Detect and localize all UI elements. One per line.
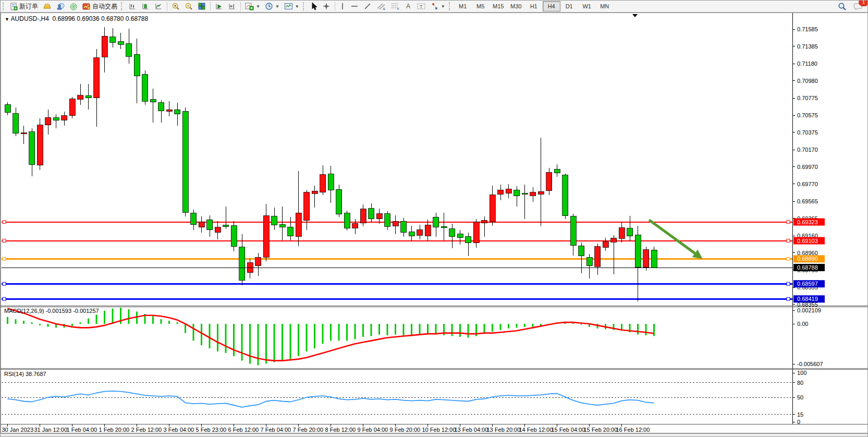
signals-button[interactable]	[67, 1, 80, 12]
collapse-triangle-icon[interactable]: ▼	[5, 17, 9, 22]
indicators-button[interactable]: ▼	[243, 1, 262, 12]
text-button[interactable]: A	[402, 1, 414, 12]
new-order-icon	[10, 3, 18, 10]
svg-text:13 Feb 20:00: 13 Feb 20:00	[487, 427, 521, 433]
arrows-button[interactable]: ▼	[429, 1, 447, 12]
svg-text:T: T	[420, 4, 423, 9]
timeframe-button-W1[interactable]: W1	[578, 1, 596, 11]
svg-text:10 Feb 12:00: 10 Feb 12:00	[422, 427, 456, 433]
horizontal-line-button[interactable]	[348, 1, 361, 12]
svg-text:0.69970: 0.69970	[797, 164, 818, 170]
crosshair-icon	[322, 2, 331, 10]
periods-button[interactable]: ▼	[263, 1, 282, 12]
svg-text:0.69565: 0.69565	[797, 198, 818, 204]
person-globe-icon	[56, 3, 65, 10]
svg-text:0.71180: 0.71180	[797, 60, 817, 67]
vertical-line-button[interactable]	[337, 1, 348, 12]
text-label-icon: T	[417, 2, 426, 10]
macd-label: MACD(12,26,9) -0.001593 -0.001257	[4, 308, 99, 314]
svg-text:0.68788: 0.68788	[797, 264, 818, 271]
svg-text:0.71585: 0.71585	[797, 26, 818, 32]
main-toolbar: 新订单 自动交易	[1, 1, 868, 13]
bar-chart-button[interactable]	[126, 1, 139, 12]
timeframe-button-M30[interactable]: M30	[507, 1, 525, 11]
radar-icon	[69, 3, 78, 10]
toolbar-grip[interactable]	[303, 2, 307, 10]
timeframe-button-D1[interactable]: D1	[560, 1, 578, 11]
clock-icon	[265, 2, 273, 10]
metaeditor-button[interactable]	[41, 1, 54, 12]
crosshair-button[interactable]	[320, 1, 333, 12]
template-icon	[284, 2, 293, 10]
svg-text:30 Jan 2023: 30 Jan 2023	[2, 427, 34, 433]
community-button[interactable]	[54, 1, 67, 12]
svg-text:9 Feb 04:00: 9 Feb 04:00	[358, 427, 388, 433]
templates-button[interactable]: ▼	[282, 1, 301, 12]
toolbar-separator	[210, 2, 211, 11]
timeframe-button-MN[interactable]: MN	[596, 1, 614, 11]
bar-chart-icon	[128, 2, 137, 10]
auto-trading-button[interactable]: 自动交易	[80, 1, 119, 12]
zoom-out-button[interactable]	[182, 1, 195, 12]
search-icon	[838, 2, 847, 11]
trendline-button[interactable]	[361, 1, 374, 12]
timeframe-button-M1[interactable]: M1	[454, 1, 472, 11]
candlestick-chart-button[interactable]	[139, 1, 152, 12]
toolbar-right-cluster: 1	[836, 1, 867, 12]
toolbar-separator	[240, 2, 241, 11]
new-order-button[interactable]: 新订单	[8, 1, 40, 12]
price-chart-canvas[interactable]: 0.715850.713850.711800.709800.707750.705…	[1, 1, 868, 437]
gold-ingot-icon	[43, 3, 52, 10]
timeframe-button-M15[interactable]: M15	[490, 1, 507, 11]
ohlc-values: 0.68996 0.69036 0.68780 0.68788	[53, 15, 149, 22]
svg-text:15: 15	[797, 411, 803, 418]
dropdown-arrow-icon: ▼	[275, 4, 279, 9]
zoom-out-icon	[185, 2, 193, 10]
chart-shift-button[interactable]	[226, 1, 238, 12]
timeframe-button-M5[interactable]: M5	[472, 1, 490, 11]
svg-text:0.70375: 0.70375	[797, 129, 818, 136]
auto-trading-label: 自动交易	[92, 2, 117, 11]
svg-text:31 Jan 12:00: 31 Jan 12:00	[34, 427, 68, 433]
rsi-label: RSI(14) 38.7687	[4, 371, 46, 377]
add-indicator-icon	[245, 2, 254, 10]
text-label-button[interactable]: T	[414, 1, 428, 12]
svg-text:6 Feb 12:00: 6 Feb 12:00	[228, 427, 259, 433]
fibonacci-button[interactable]: F	[388, 1, 402, 12]
toolbar-separator	[167, 2, 167, 11]
auto-scroll-button[interactable]	[213, 1, 225, 12]
toolbar-grip[interactable]	[121, 2, 125, 10]
timeframe-button-H4[interactable]: H4	[543, 1, 560, 11]
equidistant-channel-button[interactable]: E	[374, 1, 388, 12]
cursor-button[interactable]	[308, 1, 320, 12]
symbol-ohlc-label[interactable]: ▼ AUDUSD-,H4 0.68996 0.69036 0.68780 0.6…	[5, 15, 148, 22]
vertical-line-icon	[339, 2, 346, 10]
timeframe-button-H1[interactable]: H1	[525, 1, 543, 11]
notifications-button[interactable]: 1	[852, 1, 865, 12]
auto-trading-icon	[82, 3, 91, 10]
toolbar-grip[interactable]	[3, 2, 6, 10]
svg-text:13 Feb 04:00: 13 Feb 04:00	[455, 427, 488, 433]
search-button[interactable]	[836, 1, 849, 12]
svg-text:16 Feb 12:00: 16 Feb 12:00	[616, 427, 650, 433]
zoom-in-button[interactable]	[169, 1, 182, 12]
svg-text:E: E	[383, 7, 385, 10]
svg-text:50: 50	[797, 394, 803, 400]
svg-text:0.69103: 0.69103	[797, 238, 818, 244]
terminal-window: 新订单 自动交易	[0, 0, 868, 437]
tile-windows-button[interactable]	[195, 1, 208, 12]
svg-text:7 Feb 04:00: 7 Feb 04:00	[261, 427, 291, 433]
svg-text:2 Feb 12:00: 2 Feb 12:00	[131, 427, 162, 433]
line-chart-icon	[154, 2, 163, 10]
toolbar-separator	[335, 2, 335, 11]
svg-text:0.70775: 0.70775	[797, 95, 818, 101]
tile-windows-icon	[198, 2, 206, 10]
toolbar-grip[interactable]	[449, 2, 453, 10]
line-chart-button[interactable]	[152, 1, 165, 12]
svg-text:0.002109: 0.002109	[797, 307, 821, 313]
chart-shift-icon	[228, 2, 236, 10]
symbol-name: AUDUSD-,H4	[11, 15, 49, 22]
status-strip	[1, 433, 868, 437]
svg-text:5 Feb 23:00: 5 Feb 23:00	[196, 427, 227, 433]
auto-scroll-icon	[215, 2, 223, 10]
